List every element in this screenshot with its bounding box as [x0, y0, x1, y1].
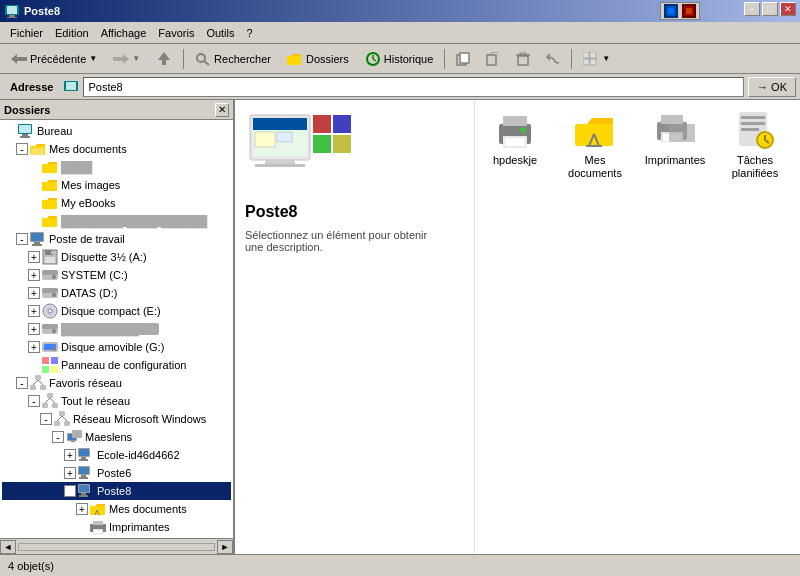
tree-toggle-drive-f[interactable]: +: [28, 323, 40, 335]
back-button[interactable]: Précédente ▼: [4, 47, 104, 71]
svg-rect-28: [518, 56, 528, 65]
tree-item-maeslens[interactable]: -Maeslens: [2, 428, 231, 446]
tree-item-disquette[interactable]: +Disquette 3½ (A:): [2, 248, 231, 266]
view-icon: [583, 52, 599, 66]
search-button[interactable]: Rechercher: [188, 47, 278, 71]
undo-button[interactable]: [539, 47, 567, 71]
tree-icon-folder: [42, 213, 58, 229]
svg-rect-109: [93, 521, 103, 525]
svg-rect-2: [9, 15, 15, 17]
minimize-button[interactable]: −: [744, 2, 760, 16]
icon-item-imprimantes[interactable]: Imprimantes: [645, 110, 705, 180]
menu-help[interactable]: ?: [241, 25, 259, 41]
tree-item-disque-e[interactable]: +Disque compact (E:): [2, 302, 231, 320]
svg-rect-42: [31, 148, 44, 155]
address-ok-button[interactable]: → OK: [748, 77, 796, 97]
tree-item-panneau[interactable]: Panneau de configuration: [2, 356, 231, 374]
folders-tree[interactable]: Bureau-Mes documents████Mes imagesMy eBo…: [0, 120, 233, 538]
tree-item-poste6[interactable]: +Poste6: [2, 464, 231, 482]
tree-item-poste-travail[interactable]: -Poste de travail: [2, 230, 231, 248]
close-button[interactable]: ✕: [780, 2, 796, 16]
history-button[interactable]: Historique: [358, 47, 441, 71]
copy-button[interactable]: [449, 47, 477, 71]
menu-affichage[interactable]: Affichage: [95, 25, 153, 41]
svg-rect-74: [35, 375, 41, 380]
scroll-right-button[interactable]: ►: [217, 540, 233, 554]
tree-item-doc-sub1[interactable]: ████: [2, 158, 231, 176]
folders-header: Dossiers ✕: [0, 100, 233, 120]
tree-item-mes-docs-net[interactable]: +Mes documents: [2, 500, 231, 518]
tree-toggle-mes-docs[interactable]: -: [16, 143, 28, 155]
folders-close-button[interactable]: ✕: [215, 103, 229, 117]
icon-item-hpdeskje[interactable]: hpdeskje: [485, 110, 545, 180]
tree-item-favoris-reseau[interactable]: -Favoris réseau: [2, 374, 231, 392]
svg-point-69: [52, 347, 56, 351]
svg-point-16: [197, 54, 205, 62]
svg-rect-6: [668, 8, 674, 14]
tree-item-bureau[interactable]: Bureau: [2, 122, 231, 140]
forward-dropdown-icon[interactable]: ▼: [132, 54, 140, 63]
scroll-left-button[interactable]: ◄: [0, 540, 16, 554]
menu-favoris[interactable]: Favoris: [152, 25, 200, 41]
forward-button[interactable]: ▼: [106, 47, 147, 71]
delete-button[interactable]: [509, 47, 537, 71]
tree-toggle-poste8[interactable]: -: [64, 485, 76, 497]
icon-label-taches-planifiees: Tâches planifiées: [725, 154, 785, 180]
tree-item-disque-g[interactable]: +Disque amovible (G:): [2, 338, 231, 356]
icon-item-mes-documents[interactable]: Mes documents: [565, 110, 625, 180]
up-button[interactable]: [149, 47, 179, 71]
tree-toggle-system-c[interactable]: +: [28, 269, 40, 281]
svg-rect-44: [42, 182, 57, 191]
tree-toggle-disque-g[interactable]: +: [28, 341, 40, 353]
view-dropdown-icon[interactable]: ▼: [602, 54, 610, 63]
tree-item-doc-sub2[interactable]: ████████ ████ ██████: [2, 212, 231, 230]
svg-rect-131: [277, 132, 292, 142]
tree-toggle-poste6[interactable]: +: [64, 467, 76, 479]
tree-item-mes-images[interactable]: Mes images: [2, 176, 231, 194]
tree-item-imprimantes[interactable]: Imprimantes: [2, 518, 231, 536]
tree-toggle-ecole[interactable]: +: [64, 449, 76, 461]
tree-item-mes-docs[interactable]: -Mes documents: [2, 140, 231, 158]
svg-rect-79: [47, 393, 53, 398]
tree-item-my-ebooks[interactable]: My eBooks: [2, 194, 231, 212]
h-scrollbar[interactable]: ◄ ►: [0, 538, 233, 554]
tree-item-ecole[interactable]: +Ecole-id46d4662: [2, 446, 231, 464]
tree-toggle-maeslens[interactable]: -: [52, 431, 64, 443]
tree-toggle-disque-e[interactable]: +: [28, 305, 40, 317]
move-button[interactable]: [479, 47, 507, 71]
svg-rect-59: [42, 288, 58, 293]
tree-toggle-mes-docs-net[interactable]: +: [76, 503, 88, 515]
tree-item-tout-reseau[interactable]: -Tout le réseau: [2, 392, 231, 410]
folders-button[interactable]: Dossiers: [280, 47, 356, 71]
svg-rect-95: [81, 457, 86, 459]
back-dropdown-icon[interactable]: ▼: [89, 54, 97, 63]
tree-toggle-tout-reseau[interactable]: -: [28, 395, 40, 407]
menu-outils[interactable]: Outils: [200, 25, 240, 41]
address-bar: Adresse Poste8 → OK: [0, 74, 800, 100]
separator-1: [183, 49, 184, 69]
tree-toggle-favoris-reseau[interactable]: -: [16, 377, 28, 389]
tree-item-datas-d[interactable]: +DATAS (D:): [2, 284, 231, 302]
tree-label: My eBooks: [61, 197, 115, 209]
svg-rect-53: [51, 251, 53, 254]
tree-toggle-poste-travail[interactable]: -: [16, 233, 28, 245]
tree-toggle-datas-d[interactable]: +: [28, 287, 40, 299]
tree-label: Bureau: [37, 125, 72, 137]
menu-fichier[interactable]: Fichier: [4, 25, 49, 41]
tree-item-system-c[interactable]: +SYSTEM (C:): [2, 266, 231, 284]
move-icon: [486, 52, 500, 66]
svg-rect-30: [520, 53, 526, 55]
tree-item-drive-f[interactable]: +██████████ (F:): [2, 320, 231, 338]
tree-item-poste8[interactable]: -Poste8: [2, 482, 231, 500]
tree-toggle-disquette[interactable]: +: [28, 251, 40, 263]
h-scroll-thumb[interactable]: [18, 543, 215, 551]
svg-marker-14: [158, 52, 170, 60]
tree-item-ms-windows[interactable]: -Réseau Microsoft Windows: [2, 410, 231, 428]
icon-item-taches-planifiees[interactable]: Tâches planifiées: [725, 110, 785, 180]
view-button[interactable]: ▼: [576, 47, 617, 71]
tree-icon-network: [54, 411, 70, 427]
address-input[interactable]: Poste8: [83, 77, 744, 97]
menu-edition[interactable]: Edition: [49, 25, 95, 41]
tree-toggle-ms-windows[interactable]: -: [40, 413, 52, 425]
maximize-button[interactable]: □: [762, 2, 778, 16]
